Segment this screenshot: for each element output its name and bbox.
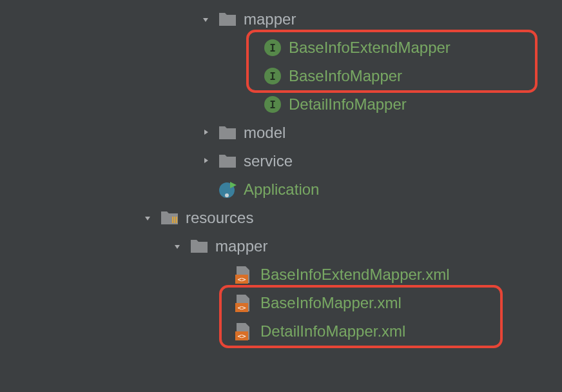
tree-label: resources: [186, 209, 253, 227]
folder-icon: [218, 123, 237, 142]
spacer: [217, 325, 229, 338]
interface-icon: [263, 38, 282, 57]
xml-file-icon: [235, 293, 254, 313]
tree-label: mapper: [215, 237, 267, 255]
folder-icon: [218, 152, 237, 171]
interface-icon: [263, 66, 282, 86]
tree-item-service-folder[interactable]: service: [0, 147, 562, 175]
tree-item-interface[interactable]: DetailInfoMapper: [0, 90, 562, 119]
xml-file-icon: [235, 265, 254, 284]
tree-item-xml[interactable]: BaseInfoExtendMapper.xml: [0, 260, 562, 289]
chevron-down-icon[interactable]: [171, 240, 184, 253]
tree-label: model: [244, 124, 286, 142]
class-run-icon: [218, 180, 237, 199]
spacer: [217, 268, 229, 281]
folder-icon: [189, 237, 209, 256]
svg-point-14: [225, 193, 229, 197]
spacer: [200, 183, 213, 196]
chevron-right-icon[interactable]: [200, 155, 213, 168]
tree-item-resources-folder[interactable]: resources: [0, 204, 562, 232]
tree-item-interface[interactable]: BaseInfoExtendMapper: [0, 34, 562, 62]
tree-item-xml[interactable]: BaseInfoMapper.xml: [0, 289, 562, 317]
tree-label: service: [244, 152, 293, 170]
tree-label: Application: [244, 181, 319, 199]
spacer: [245, 70, 258, 83]
spacer: [245, 98, 258, 111]
tree-item-interface[interactable]: BaseInfoMapper: [0, 62, 562, 90]
tree-item-resources-mapper-folder[interactable]: mapper: [0, 232, 562, 260]
project-tree: mapper BaseInfoExtendMapper BaseInfoMapp…: [0, 0, 562, 346]
chevron-right-icon[interactable]: [200, 126, 213, 139]
tree-label: BaseInfoExtendMapper: [289, 39, 451, 57]
tree-item-mapper-folder[interactable]: mapper: [0, 5, 562, 34]
tree-label: mapper: [244, 10, 296, 28]
tree-item-application[interactable]: Application: [0, 175, 562, 204]
tree-label: DetailInfoMapper.xml: [260, 322, 405, 340]
tree-label: BaseInfoMapper.xml: [260, 294, 402, 312]
tree-label: DetailInfoMapper: [289, 95, 407, 113]
tree-item-model-folder[interactable]: model: [0, 119, 562, 147]
xml-file-icon: [235, 322, 254, 341]
chevron-down-icon[interactable]: [142, 211, 155, 224]
tree-label: BaseInfoExtendMapper.xml: [260, 266, 450, 284]
folder-icon: [218, 10, 237, 29]
resources-folder-icon: [160, 208, 179, 228]
spacer: [245, 41, 258, 54]
chevron-down-icon[interactable]: [200, 13, 213, 26]
tree-item-xml[interactable]: DetailInfoMapper.xml: [0, 317, 562, 346]
tree-label: BaseInfoMapper: [289, 67, 402, 85]
interface-icon: [263, 95, 282, 114]
spacer: [217, 297, 229, 309]
